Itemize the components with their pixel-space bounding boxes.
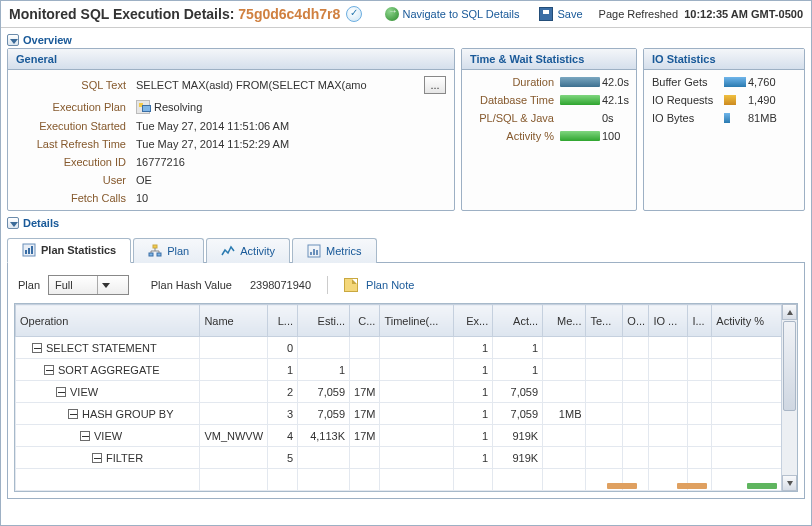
col-header[interactable]: O... — [623, 305, 649, 337]
save-icon — [539, 7, 553, 21]
col-header[interactable]: Timeline(... — [380, 305, 454, 337]
svg-rect-8 — [310, 252, 312, 255]
col-header[interactable]: Me... — [543, 305, 586, 337]
label-buffer-gets: Buffer Gets — [652, 76, 724, 88]
details-tabs: Plan Statistics Plan Activity Metrics — [7, 237, 805, 263]
plan-icon — [136, 100, 150, 114]
navigate-sql-details-link[interactable]: Navigate to SQL Details — [385, 7, 520, 21]
plan-note-link[interactable]: Plan Note — [366, 279, 414, 291]
tab-plan-statistics[interactable]: Plan Statistics — [7, 238, 131, 263]
value-db-time: 42.1s — [602, 94, 629, 106]
collapse-icon[interactable] — [80, 431, 90, 441]
title-bar: Monitored SQL Execution Details: 75g0d6c… — [1, 1, 811, 28]
save-link[interactable]: Save — [539, 7, 582, 21]
collapse-icon[interactable] — [32, 343, 42, 353]
sql-text-expand-button[interactable]: ... — [424, 76, 446, 94]
table-row[interactable]: HASH GROUP BY37,05917M17,0591MB — [16, 403, 797, 425]
plan-grid: OperationNameL...Esti...C...Timeline(...… — [14, 303, 798, 492]
overview-twisty[interactable] — [7, 34, 19, 46]
overview-section: Overview General SQL Text SELECT MAX(asl… — [7, 32, 805, 211]
save-label: Save — [557, 8, 582, 20]
activity-icon — [221, 244, 235, 258]
table-row[interactable]: SORT AGGREGATE1111 — [16, 359, 797, 381]
collapse-icon[interactable] — [44, 365, 54, 375]
label-exec-id: Execution ID — [16, 156, 136, 168]
collapse-icon[interactable] — [68, 409, 78, 419]
value-plsql: 0s — [602, 112, 629, 124]
collapse-icon[interactable] — [92, 453, 102, 463]
plan-label: Plan — [18, 279, 40, 291]
bar-io-bytes — [724, 113, 730, 123]
col-header[interactable]: Ex... — [454, 305, 493, 337]
plan-statistics-icon — [22, 243, 36, 257]
label-plsql: PL/SQL & Java — [470, 112, 560, 124]
label-duration: Duration — [470, 76, 560, 88]
col-header[interactable]: C... — [350, 305, 380, 337]
value-exec-plan: Resolving — [154, 101, 202, 113]
details-twisty[interactable] — [7, 217, 19, 229]
svg-rect-10 — [316, 250, 318, 255]
col-header[interactable]: I... — [688, 305, 712, 337]
value-last-refresh: Tue May 27, 2014 11:52:29 AM — [136, 138, 446, 150]
operation-name: SELECT STATEMENT — [46, 342, 157, 354]
general-panel: General SQL Text SELECT MAX(asld) FROM(S… — [7, 48, 455, 211]
status-ok-icon — [346, 6, 362, 22]
time-wait-header: Time & Wait Statistics — [462, 49, 636, 70]
bar-io-requests — [724, 95, 736, 105]
operation-name: VIEW — [70, 386, 98, 398]
scroll-up-button[interactable] — [782, 304, 797, 320]
table-row[interactable]: VIEWVM_NWVW44,113K17M1919K — [16, 425, 797, 447]
metrics-icon — [307, 244, 321, 258]
operation-name: HASH GROUP BY — [82, 408, 174, 420]
io-header: IO Statistics — [644, 49, 804, 70]
value-exec-id: 16777216 — [136, 156, 446, 168]
plan-select[interactable]: Full — [48, 275, 129, 295]
svg-rect-1 — [25, 250, 27, 254]
col-header[interactable]: Name — [200, 305, 267, 337]
value-fetch-calls: 10 — [136, 192, 446, 204]
plan-hash-value: 2398071940 — [250, 279, 311, 291]
title-label: Monitored SQL Execution Details: — [9, 6, 234, 22]
general-header: General — [8, 49, 454, 70]
label-fetch-calls: Fetch Calls — [16, 192, 136, 204]
value-io-bytes: 81MB — [748, 112, 796, 124]
tab-metrics[interactable]: Metrics — [292, 238, 376, 263]
scroll-thumb[interactable] — [783, 321, 796, 411]
tab-plan[interactable]: Plan — [133, 238, 204, 263]
operation-name: VIEW — [94, 430, 122, 442]
label-io-requests: IO Requests — [652, 94, 724, 106]
activity-mini-bar — [677, 483, 707, 489]
bar-duration — [560, 77, 600, 87]
bar-buffer-gets — [724, 77, 746, 87]
col-header[interactable]: Act... — [493, 305, 543, 337]
scroll-down-button[interactable] — [782, 475, 797, 491]
tab-activity[interactable]: Activity — [206, 238, 290, 263]
table-row[interactable]: FILTER51919K — [16, 447, 797, 469]
svg-rect-5 — [149, 253, 153, 256]
col-header[interactable]: L... — [267, 305, 297, 337]
bar-activity — [560, 131, 600, 141]
svg-rect-2 — [28, 248, 30, 254]
plan-hash-label: Plan Hash Value — [151, 279, 232, 291]
operation-name: FILTER — [106, 452, 143, 464]
col-header[interactable]: Esti... — [298, 305, 350, 337]
value-buffer-gets: 4,760 — [748, 76, 796, 88]
details-header: Details — [23, 217, 59, 229]
time-wait-panel: Time & Wait Statistics Duration 42.0s Da… — [461, 48, 637, 211]
label-db-time: Database Time — [470, 94, 560, 106]
collapse-icon[interactable] — [56, 387, 66, 397]
label-sql-text: SQL Text — [16, 79, 136, 91]
activity-mini-bar — [607, 483, 637, 489]
details-section: Details Plan Statistics Plan Activity Me… — [7, 215, 805, 499]
activity-mini-bar — [747, 483, 777, 489]
table-row[interactable]: SELECT STATEMENT011 — [16, 337, 797, 359]
col-header[interactable]: IO ... — [649, 305, 688, 337]
table-row[interactable]: VIEW27,05917M17,059 — [16, 381, 797, 403]
grid-header-row: OperationNameL...Esti...C...Timeline(...… — [16, 305, 797, 337]
title-sql-id: 75g0d6c4dh7r8 — [238, 6, 340, 22]
grid-scrollbar[interactable] — [781, 304, 797, 491]
label-activity-pct: Activity % — [470, 130, 560, 142]
col-header[interactable]: Te... — [586, 305, 623, 337]
col-header[interactable]: Operation — [16, 305, 200, 337]
bar-db-time — [560, 95, 600, 105]
